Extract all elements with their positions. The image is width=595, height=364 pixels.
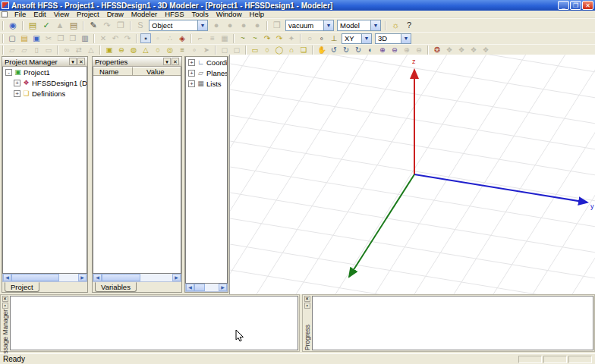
- menu-project[interactable]: Project: [73, 11, 103, 18]
- rotate-view-icon-1[interactable]: ↺: [329, 46, 339, 55]
- modeler-globe-icon[interactable]: ◉: [7, 20, 19, 31]
- chevron-down-icon[interactable]: ▼: [370, 20, 380, 30]
- properties-hscrollbar[interactable]: ◀ ▶: [93, 274, 181, 282]
- draw-arc-3pt-icon[interactable]: ↷: [274, 33, 285, 43]
- menu-modeler[interactable]: Modeler: [128, 11, 161, 18]
- draw-box-icon[interactable]: ▣: [104, 46, 115, 55]
- expand-icon[interactable]: +: [14, 90, 20, 97]
- project-manager-hscrollbar[interactable]: ◀ ▶: [2, 274, 87, 282]
- tree-item-label[interactable]: Planes: [206, 69, 227, 77]
- expand-icon[interactable]: +: [188, 59, 195, 66]
- tree-item-label[interactable]: Coordinate Systems: [206, 58, 227, 67]
- movement-mode-icon[interactable]: ◈: [177, 33, 187, 43]
- properties-panel: Properties ▾ ✕ Name Value ◀ ▶ Variables: [92, 56, 182, 293]
- dock-pin-icon[interactable]: ▪: [304, 303, 310, 309]
- new-icon[interactable]: ▢: [7, 33, 17, 43]
- draw-polyhedron-icon[interactable]: ◍: [128, 46, 139, 55]
- panel-close-icon[interactable]: ✕: [172, 58, 179, 65]
- draw-ellipse-icon[interactable]: ◯: [274, 46, 285, 55]
- pan-icon[interactable]: ✋: [316, 46, 327, 55]
- draw-point-icon[interactable]: ∘: [316, 33, 327, 43]
- model-tree-hscrollbar[interactable]: ◀ ▶: [185, 284, 228, 292]
- draw-cone-icon[interactable]: △: [140, 46, 151, 55]
- zoom-out-icon[interactable]: ⊖: [389, 46, 400, 55]
- scroll-left-icon[interactable]: ◀: [186, 284, 194, 291]
- expand-icon[interactable]: +: [188, 70, 195, 77]
- draw-torus-icon[interactable]: ◎: [165, 46, 175, 55]
- modeler-3d-viewport[interactable]: zy: [229, 55, 595, 294]
- properties-table: Name Value: [93, 67, 181, 274]
- panel-close-icon[interactable]: ✕: [77, 58, 85, 65]
- expand-icon[interactable]: +: [14, 80, 20, 86]
- results-icon[interactable]: ▤: [68, 20, 80, 31]
- menu-view[interactable]: View: [50, 11, 73, 18]
- select-object-button[interactable]: ▪: [140, 33, 151, 43]
- tree-item-label[interactable]: Project1: [24, 68, 50, 77]
- validation-check-icon[interactable]: ✓: [40, 20, 52, 31]
- insert-doc-icon[interactable]: ▤: [27, 20, 39, 31]
- panel-menu-icon[interactable]: ▾: [69, 58, 77, 65]
- lightbulb-icon[interactable]: ☼: [389, 20, 401, 31]
- chevron-down-icon[interactable]: ▼: [361, 34, 371, 43]
- mdi-document-icon[interactable]: [2, 11, 8, 17]
- draw-spline-icon[interactable]: ~: [250, 33, 260, 43]
- menu-draw[interactable]: Draw: [103, 11, 128, 18]
- draw-cylinder-icon[interactable]: ⊖: [116, 46, 127, 55]
- expand-icon[interactable]: +: [188, 80, 195, 87]
- menu-tools[interactable]: Tools: [188, 11, 212, 18]
- tree-item-label[interactable]: Definitions: [32, 89, 65, 98]
- open-icon[interactable]: ▤: [19, 33, 30, 43]
- draw-line-icon[interactable]: ~: [238, 33, 248, 43]
- menu-edit[interactable]: Edit: [30, 11, 49, 18]
- boundary-display-icon[interactable]: ❂: [432, 46, 442, 55]
- draw-helix-icon[interactable]: ≡: [177, 46, 187, 55]
- scroll-right-icon[interactable]: ▶: [172, 274, 181, 281]
- model-combo[interactable]: Model▼: [337, 20, 381, 31]
- rotate-axis-icon[interactable]: ◐: [365, 46, 376, 55]
- draw-sphere-icon[interactable]: ○: [153, 46, 163, 55]
- panel-menu-icon[interactable]: ▾: [163, 58, 171, 65]
- y-axis-label: y: [590, 202, 594, 210]
- scroll-right-icon[interactable]: ▶: [219, 284, 227, 291]
- close-button[interactable]: ✕: [582, 1, 593, 10]
- draw-arc-center-icon[interactable]: ↷: [262, 33, 272, 43]
- tree-item-label[interactable]: Lists: [206, 80, 222, 88]
- dock-close-icon[interactable]: ✕: [304, 296, 310, 302]
- chevron-down-icon[interactable]: ▼: [323, 20, 333, 30]
- scroll-left-icon[interactable]: ◀: [93, 274, 102, 281]
- context-help-icon[interactable]: ?: [403, 20, 415, 31]
- restore-button[interactable]: ❐: [570, 1, 581, 10]
- menu-file[interactable]: File: [11, 11, 30, 18]
- tree-item-label[interactable]: HFSSDesign1 (DrivenModal): [32, 79, 87, 87]
- zoom-in-icon[interactable]: ⊕: [377, 46, 388, 55]
- rotate-view-icon-3[interactable]: ↻: [353, 46, 364, 55]
- draw-rectangle-icon[interactable]: ▭: [250, 46, 260, 55]
- tab-project[interactable]: Project: [5, 282, 39, 292]
- dock-pin-icon[interactable]: ▪: [2, 303, 8, 309]
- view-mode-combo[interactable]: 3D▼: [375, 33, 411, 44]
- polyline-icon[interactable]: ✎: [87, 20, 99, 31]
- chevron-down-icon[interactable]: ▼: [197, 20, 207, 30]
- draw-plane-icon[interactable]: ❏: [298, 46, 309, 55]
- column-header-value[interactable]: Value: [133, 67, 181, 75]
- object-type-combo[interactable]: Object▼: [149, 20, 208, 31]
- material-combo[interactable]: vacuum▼: [285, 20, 334, 31]
- rotate-view-icon-2[interactable]: ↻: [341, 46, 351, 55]
- collapse-icon[interactable]: -: [5, 69, 12, 76]
- tab-variables[interactable]: Variables: [95, 282, 137, 292]
- drawing-plane-combo[interactable]: XY▼: [342, 33, 372, 44]
- minimize-button[interactable]: _: [558, 1, 569, 10]
- local-cs-icon[interactable]: ⊥: [329, 33, 339, 43]
- draw-circle-2d-icon[interactable]: ○: [262, 46, 272, 55]
- draw-regular-polygon-icon[interactable]: ⌂: [286, 46, 297, 55]
- dock-close-icon[interactable]: ✕: [2, 296, 8, 302]
- menu-help[interactable]: Help: [246, 11, 269, 18]
- chevron-down-icon[interactable]: ▼: [401, 34, 411, 43]
- save-icon[interactable]: ▣: [31, 33, 42, 43]
- menu-hfss[interactable]: HFSS: [161, 11, 187, 18]
- scroll-right-icon[interactable]: ▶: [78, 274, 87, 281]
- column-header-name[interactable]: Name: [93, 67, 133, 75]
- scroll-left-icon[interactable]: ◀: [3, 274, 11, 281]
- menu-window[interactable]: Window: [212, 11, 246, 18]
- print-icon[interactable]: ▥: [80, 33, 90, 43]
